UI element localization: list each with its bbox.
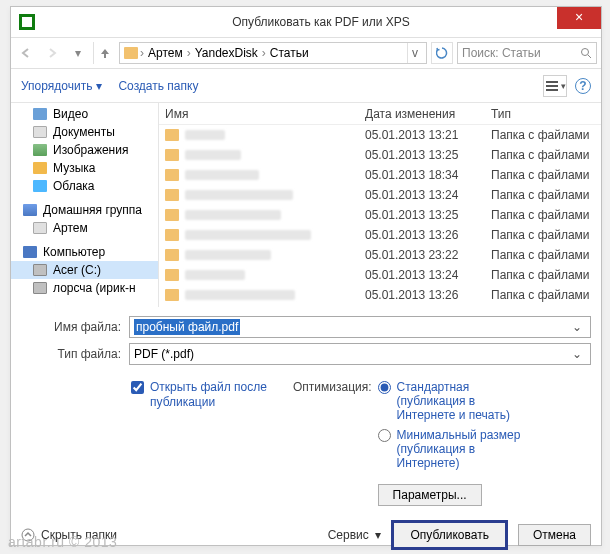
open-after-input[interactable] xyxy=(131,381,144,394)
up-button[interactable] xyxy=(93,42,115,64)
folder-icon xyxy=(165,209,179,221)
dialog-window: Опубликовать как PDF или XPS × ▾ › Артем… xyxy=(10,6,602,546)
recent-dropdown[interactable]: ▾ xyxy=(67,42,89,64)
table-row[interactable]: 05.01.2013 13:24Папка с файлами xyxy=(159,265,601,285)
folder-icon xyxy=(165,229,179,241)
search-placeholder: Поиск: Статьи xyxy=(462,46,541,60)
folder-icon xyxy=(165,129,179,141)
breadcrumb[interactable]: › Артем › YandexDisk › Статьи v xyxy=(119,42,427,64)
chevron-right-icon: › xyxy=(262,46,266,60)
table-row[interactable]: 05.01.2013 18:34Папка с файлами xyxy=(159,165,601,185)
tree-item[interactable]: Облака xyxy=(11,177,158,195)
chevron-down-icon: ▾ xyxy=(96,79,102,93)
search-input[interactable]: Поиск: Статьи xyxy=(457,42,597,64)
mus-icon xyxy=(33,162,47,174)
help-button[interactable]: ? xyxy=(575,78,591,94)
cancel-button[interactable]: Отмена xyxy=(518,524,591,546)
img-icon xyxy=(33,144,47,156)
tree-item[interactable]: Изображения xyxy=(11,141,158,159)
window-title: Опубликовать как PDF или XPS xyxy=(41,15,601,29)
svg-rect-2 xyxy=(546,81,558,83)
file-list[interactable]: Имя Дата изменения Тип 05.01.2013 13:21П… xyxy=(159,103,601,307)
tree-homegroup[interactable]: Домашняя группа xyxy=(11,201,158,219)
tree-item[interactable]: Музыка xyxy=(11,159,158,177)
close-button[interactable]: × xyxy=(557,7,601,29)
vid-icon xyxy=(33,108,47,120)
open-after-checkbox[interactable]: Открыть файл после публикации xyxy=(131,380,281,506)
table-row[interactable]: 05.01.2013 13:25Папка с файлами xyxy=(159,145,601,165)
crumb-dropdown[interactable]: v xyxy=(407,43,422,63)
drive-icon xyxy=(33,264,47,276)
new-folder-button[interactable]: Создать папку xyxy=(118,79,198,93)
drive-icon xyxy=(33,282,47,294)
svg-rect-4 xyxy=(546,89,558,91)
folder-icon xyxy=(165,149,179,161)
titlebar: Опубликовать как PDF или XPS × xyxy=(11,7,601,37)
nav-tree[interactable]: ВидеоДокументыИзображенияМузыкаОблака До… xyxy=(11,103,159,307)
optimize-standard[interactable]: Стандартная (публикация в Интернете и пе… xyxy=(378,380,537,422)
col-date[interactable]: Дата изменения xyxy=(365,107,491,121)
table-row[interactable]: 05.01.2013 23:22Папка с файлами xyxy=(159,245,601,265)
col-name[interactable]: Имя xyxy=(165,107,365,121)
filetype-select[interactable]: PDF (*.pdf)⌄ xyxy=(129,343,591,365)
table-row[interactable]: 05.01.2013 13:24Папка с файлами xyxy=(159,185,601,205)
organize-menu[interactable]: Упорядочить ▾ xyxy=(21,79,102,93)
params-button[interactable]: Параметры... xyxy=(378,484,482,506)
tree-user[interactable]: Артем xyxy=(11,219,158,237)
tree-drive[interactable]: лорсча (ирик-н xyxy=(11,279,158,297)
folder-icon xyxy=(165,249,179,261)
table-row[interactable]: 05.01.2013 13:25Папка с файлами xyxy=(159,205,601,225)
tree-computer[interactable]: Компьютер xyxy=(11,243,158,261)
svg-line-1 xyxy=(588,55,591,58)
crumb-2[interactable]: Статьи xyxy=(268,46,311,60)
tools-menu[interactable]: Сервис ▾ xyxy=(328,528,382,542)
folder-icon xyxy=(165,289,179,301)
tree-item[interactable]: Видео xyxy=(11,105,158,123)
col-type[interactable]: Тип xyxy=(491,107,601,121)
excel-icon xyxy=(19,14,35,30)
crumb-0[interactable]: Артем xyxy=(146,46,185,60)
nav-bar: ▾ › Артем › YandexDisk › Статьи v Поиск:… xyxy=(11,37,601,69)
list-header[interactable]: Имя Дата изменения Тип xyxy=(159,103,601,125)
folder-icon xyxy=(124,47,138,59)
cloud-icon xyxy=(33,180,47,192)
filename-label: Имя файла: xyxy=(21,320,129,334)
back-button[interactable] xyxy=(15,42,37,64)
table-row[interactable]: 05.01.2013 13:26Папка с файлами xyxy=(159,225,601,245)
watermark: artabr.ru © 2013 xyxy=(8,534,117,550)
view-button[interactable]: ▾ xyxy=(543,75,567,97)
folder-icon xyxy=(165,169,179,181)
tree-drive[interactable]: Acer (C:) xyxy=(11,261,158,279)
publish-button[interactable]: Опубликовать xyxy=(391,520,507,550)
svg-point-0 xyxy=(582,49,589,56)
refresh-button[interactable] xyxy=(431,42,453,64)
optimization-label: Оптимизация: xyxy=(293,380,372,394)
filetype-label: Тип файла: xyxy=(21,347,129,361)
doc-icon xyxy=(33,126,47,138)
filename-input[interactable]: пробный файл.pdf⌄ xyxy=(129,316,591,338)
computer-icon xyxy=(23,246,37,258)
toolbar: Упорядочить ▾ Создать папку ▾ ? xyxy=(11,69,601,103)
chevron-right-icon: › xyxy=(187,46,191,60)
optimize-minimal[interactable]: Минимальный размер (публикация в Интерне… xyxy=(378,428,537,470)
folder-icon xyxy=(165,269,179,281)
user-icon xyxy=(33,222,47,234)
search-icon xyxy=(580,47,592,59)
crumb-1[interactable]: YandexDisk xyxy=(193,46,260,60)
table-row[interactable]: 05.01.2013 13:21Папка с файлами xyxy=(159,125,601,145)
chevron-right-icon: › xyxy=(140,46,144,60)
forward-button[interactable] xyxy=(41,42,63,64)
folder-icon xyxy=(165,189,179,201)
tree-item[interactable]: Документы xyxy=(11,123,158,141)
table-row[interactable]: 05.01.2013 13:26Папка с файлами xyxy=(159,285,601,305)
svg-rect-3 xyxy=(546,85,558,87)
homegroup-icon xyxy=(23,204,37,216)
